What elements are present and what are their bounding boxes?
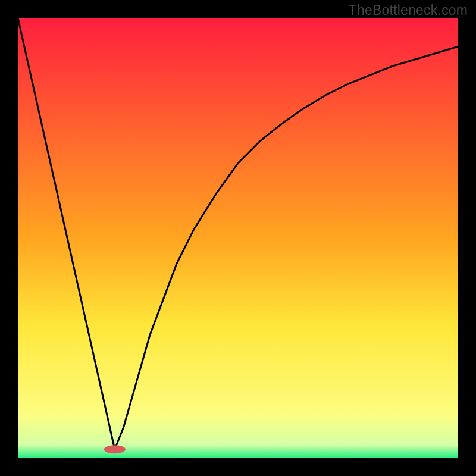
watermark-text: TheBottleneck.com — [349, 2, 468, 18]
plot-area — [18, 18, 458, 458]
gradient-background — [18, 18, 458, 458]
touchdown-marker — [104, 445, 126, 453]
chart-svg — [18, 18, 458, 458]
chart-frame: TheBottleneck.com — [0, 0, 476, 476]
